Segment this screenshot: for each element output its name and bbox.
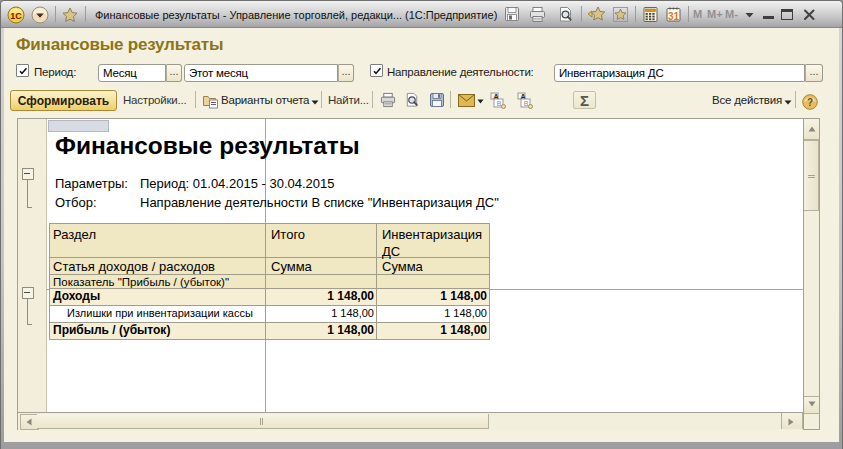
- svg-text:B: B: [497, 100, 502, 107]
- svg-text:?: ?: [807, 97, 813, 108]
- svg-text:31: 31: [668, 11, 680, 22]
- svg-text:B: B: [524, 100, 529, 107]
- svg-text:1С: 1С: [10, 11, 22, 21]
- svg-text:A: A: [520, 93, 525, 100]
- svg-text:A: A: [493, 93, 498, 100]
